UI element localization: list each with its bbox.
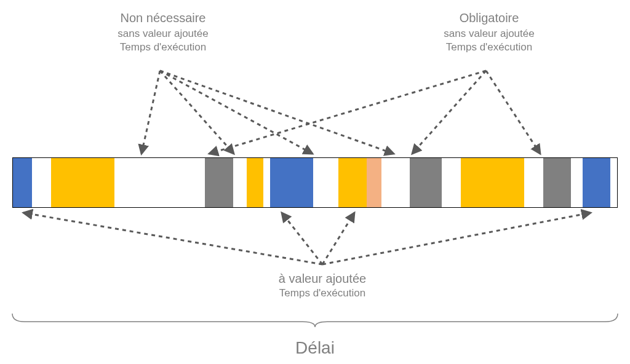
segment-gray [543,158,571,207]
label-top-right-line1: Obligatoire [425,11,554,25]
arrow-nonnecessary-0 [142,71,160,154]
segment-yellow [461,158,524,207]
segment-white [233,158,247,207]
label-top-left-line1: Non nécessaire [98,11,228,25]
arrow-nonnecessary-1 [160,71,234,154]
segment-white [571,158,583,207]
label-top-right-line3: Temps d'exécution [425,41,554,53]
arrow-mandatory-0 [209,71,486,154]
segment-white [442,158,461,207]
segment-yellow [51,158,114,207]
segment-gray [410,158,442,207]
delai-brace [12,314,618,327]
label-delai: Délai [284,338,346,358]
segment-blue [270,158,313,207]
segment-white [610,158,616,207]
label-bottom-mid-line2: Temps d'exécution [255,287,390,299]
segment-white [32,158,51,207]
segment-white [381,158,409,207]
segment-peach [367,158,382,207]
segment-white [313,158,338,207]
segment-blue [13,158,32,207]
segment-gray [205,158,233,207]
arrow-valueadded-2 [322,213,354,264]
arrow-mandatory-1 [412,71,486,154]
label-bottom-mid: à valeur ajoutée Temps d'exécution [255,272,390,299]
label-top-left-line3: Temps d'exécution [98,41,228,53]
segment-yellow [338,158,366,207]
segment-blue [583,158,610,207]
segment-white [263,158,269,207]
arrow-valueadded-3 [322,213,591,264]
arrow-valueadded-0 [23,213,322,264]
arrow-nonnecessary-2 [160,71,313,154]
arrow-valueadded-1 [282,213,322,264]
arrow-mandatory-2 [486,71,540,154]
label-top-left: Non nécessaire sans valeur ajoutée Temps… [98,11,228,53]
label-bottom-mid-line1: à valeur ajoutée [255,272,390,286]
lead-time-diagram: Non nécessaire sans valeur ajoutée Temps… [0,0,630,364]
label-top-left-line2: sans valeur ajoutée [98,28,228,40]
segment-white [524,158,543,207]
timeline-bar [12,157,618,208]
segment-yellow [247,158,263,207]
arrow-nonnecessary-3 [160,71,394,154]
label-top-right: Obligatoire sans valeur ajoutée Temps d'… [425,11,554,53]
label-top-right-line2: sans valeur ajoutée [425,28,554,40]
segment-white [114,158,205,207]
